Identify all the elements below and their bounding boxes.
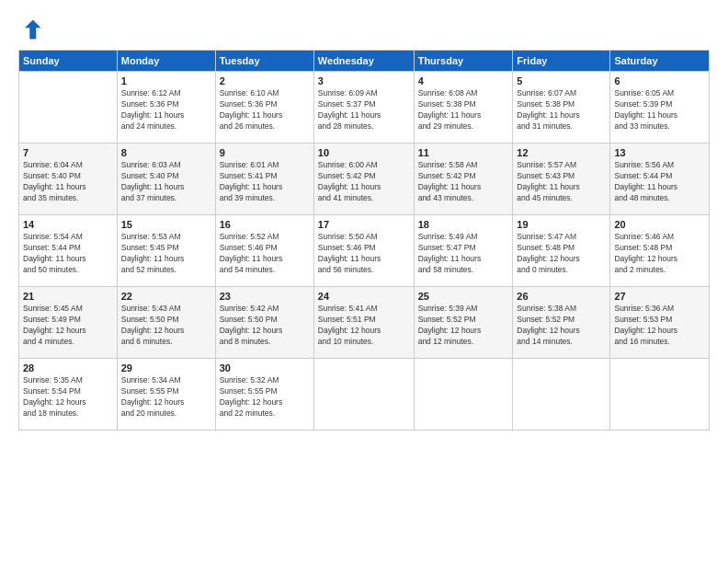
day-info: Sunrise: 6:12 AM Sunset: 5:36 PM Dayligh… — [121, 88, 211, 132]
header — [18, 17, 710, 42]
day-number: 5 — [517, 75, 606, 86]
day-info: Sunrise: 6:07 AM Sunset: 5:38 PM Dayligh… — [517, 88, 606, 132]
calendar-cell: 19Sunrise: 5:47 AM Sunset: 5:48 PM Dayli… — [513, 215, 610, 287]
day-number: 26 — [517, 291, 606, 302]
day-number: 23 — [220, 291, 310, 302]
calendar-cell: 17Sunrise: 5:50 AM Sunset: 5:46 PM Dayli… — [313, 215, 414, 287]
calendar-cell: 18Sunrise: 5:49 AM Sunset: 5:47 PM Dayli… — [414, 215, 513, 287]
calendar-cell — [610, 359, 710, 431]
header-wednesday: Wednesday — [313, 51, 414, 72]
header-sunday: Sunday — [19, 51, 118, 72]
logo — [18, 17, 48, 42]
day-info: Sunrise: 5:57 AM Sunset: 5:43 PM Dayligh… — [517, 160, 606, 204]
calendar-cell: 21Sunrise: 5:45 AM Sunset: 5:49 PM Dayli… — [19, 287, 118, 359]
calendar-cell: 12Sunrise: 5:57 AM Sunset: 5:43 PM Dayli… — [513, 144, 610, 215]
day-number: 13 — [614, 147, 705, 158]
calendar-cell: 10Sunrise: 6:00 AM Sunset: 5:42 PM Dayli… — [313, 144, 414, 215]
header-friday: Friday — [513, 51, 610, 72]
calendar-cell: 23Sunrise: 5:42 AM Sunset: 5:50 PM Dayli… — [215, 287, 313, 359]
day-number: 10 — [318, 147, 410, 158]
day-number: 12 — [517, 147, 606, 158]
day-number: 15 — [121, 219, 211, 230]
calendar-cell: 22Sunrise: 5:43 AM Sunset: 5:50 PM Dayli… — [117, 287, 215, 359]
day-info: Sunrise: 5:58 AM Sunset: 5:42 PM Dayligh… — [418, 160, 509, 204]
day-info: Sunrise: 5:34 AM Sunset: 5:55 PM Dayligh… — [121, 375, 211, 419]
svg-marker-0 — [25, 20, 41, 40]
header-monday: Monday — [117, 51, 215, 72]
calendar-cell: 26Sunrise: 5:38 AM Sunset: 5:52 PM Dayli… — [513, 287, 610, 359]
calendar-cell: 27Sunrise: 5:36 AM Sunset: 5:53 PM Dayli… — [610, 287, 710, 359]
day-number: 19 — [517, 219, 606, 230]
calendar-cell: 7Sunrise: 6:04 AM Sunset: 5:40 PM Daylig… — [19, 144, 118, 215]
day-number: 29 — [121, 362, 211, 373]
day-info: Sunrise: 6:10 AM Sunset: 5:36 PM Dayligh… — [220, 88, 310, 132]
calendar-cell: 5Sunrise: 6:07 AM Sunset: 5:38 PM Daylig… — [513, 72, 610, 144]
day-info: Sunrise: 5:38 AM Sunset: 5:52 PM Dayligh… — [517, 304, 606, 348]
day-info: Sunrise: 5:41 AM Sunset: 5:51 PM Dayligh… — [318, 304, 410, 348]
calendar-cell: 20Sunrise: 5:46 AM Sunset: 5:48 PM Dayli… — [610, 215, 710, 287]
day-info: Sunrise: 5:32 AM Sunset: 5:55 PM Dayligh… — [220, 375, 310, 419]
day-info: Sunrise: 6:04 AM Sunset: 5:40 PM Dayligh… — [23, 160, 113, 204]
day-info: Sunrise: 6:03 AM Sunset: 5:40 PM Dayligh… — [121, 160, 211, 204]
day-number: 25 — [418, 291, 509, 302]
day-info: Sunrise: 5:53 AM Sunset: 5:45 PM Dayligh… — [121, 232, 211, 276]
day-number: 6 — [614, 75, 705, 86]
day-number: 2 — [220, 75, 310, 86]
calendar-table: SundayMondayTuesdayWednesdayThursdayFrid… — [18, 50, 710, 431]
logo-icon — [18, 17, 44, 42]
calendar-cell: 14Sunrise: 5:54 AM Sunset: 5:44 PM Dayli… — [19, 215, 118, 287]
day-info: Sunrise: 5:54 AM Sunset: 5:44 PM Dayligh… — [23, 232, 113, 276]
day-info: Sunrise: 5:52 AM Sunset: 5:46 PM Dayligh… — [220, 232, 310, 276]
day-number: 17 — [318, 219, 410, 230]
calendar-cell — [19, 72, 118, 144]
day-info: Sunrise: 5:45 AM Sunset: 5:49 PM Dayligh… — [23, 304, 113, 348]
day-number: 16 — [220, 219, 310, 230]
calendar-cell: 11Sunrise: 5:58 AM Sunset: 5:42 PM Dayli… — [414, 144, 513, 215]
day-number: 24 — [318, 291, 410, 302]
day-number: 21 — [23, 291, 113, 302]
day-info: Sunrise: 5:35 AM Sunset: 5:54 PM Dayligh… — [23, 375, 113, 419]
day-number: 30 — [220, 362, 310, 373]
day-info: Sunrise: 6:01 AM Sunset: 5:41 PM Dayligh… — [220, 160, 310, 204]
day-number: 1 — [121, 75, 211, 86]
day-number: 22 — [121, 291, 211, 302]
day-info: Sunrise: 5:36 AM Sunset: 5:53 PM Dayligh… — [614, 304, 705, 348]
calendar-cell: 8Sunrise: 6:03 AM Sunset: 5:40 PM Daylig… — [117, 144, 215, 215]
week-row-1: 1Sunrise: 6:12 AM Sunset: 5:36 PM Daylig… — [19, 72, 710, 144]
calendar-cell: 15Sunrise: 5:53 AM Sunset: 5:45 PM Dayli… — [117, 215, 215, 287]
week-row-3: 14Sunrise: 5:54 AM Sunset: 5:44 PM Dayli… — [19, 215, 710, 287]
calendar-cell: 4Sunrise: 6:08 AM Sunset: 5:38 PM Daylig… — [414, 72, 513, 144]
calendar-cell: 13Sunrise: 5:56 AM Sunset: 5:44 PM Dayli… — [610, 144, 710, 215]
calendar-cell: 25Sunrise: 5:39 AM Sunset: 5:52 PM Dayli… — [414, 287, 513, 359]
calendar-cell: 6Sunrise: 6:05 AM Sunset: 5:39 PM Daylig… — [610, 72, 710, 144]
day-info: Sunrise: 6:05 AM Sunset: 5:39 PM Dayligh… — [614, 88, 705, 132]
calendar-cell — [414, 359, 513, 431]
calendar-cell: 30Sunrise: 5:32 AM Sunset: 5:55 PM Dayli… — [215, 359, 313, 431]
day-number: 20 — [614, 219, 705, 230]
calendar-cell: 3Sunrise: 6:09 AM Sunset: 5:37 PM Daylig… — [313, 72, 414, 144]
week-row-5: 28Sunrise: 5:35 AM Sunset: 5:54 PM Dayli… — [19, 359, 710, 431]
calendar-cell: 29Sunrise: 5:34 AM Sunset: 5:55 PM Dayli… — [117, 359, 215, 431]
day-number: 8 — [121, 147, 211, 158]
calendar-cell: 9Sunrise: 6:01 AM Sunset: 5:41 PM Daylig… — [215, 144, 313, 215]
calendar-cell: 24Sunrise: 5:41 AM Sunset: 5:51 PM Dayli… — [313, 287, 414, 359]
day-number: 14 — [23, 219, 113, 230]
page: SundayMondayTuesdayWednesdayThursdayFrid… — [0, 0, 728, 563]
day-info: Sunrise: 5:42 AM Sunset: 5:50 PM Dayligh… — [220, 304, 310, 348]
calendar-cell: 2Sunrise: 6:10 AM Sunset: 5:36 PM Daylig… — [215, 72, 313, 144]
day-number: 7 — [23, 147, 113, 158]
day-info: Sunrise: 5:56 AM Sunset: 5:44 PM Dayligh… — [614, 160, 705, 204]
week-row-4: 21Sunrise: 5:45 AM Sunset: 5:49 PM Dayli… — [19, 287, 710, 359]
day-number: 3 — [318, 75, 410, 86]
day-info: Sunrise: 5:47 AM Sunset: 5:48 PM Dayligh… — [517, 232, 606, 276]
week-row-2: 7Sunrise: 6:04 AM Sunset: 5:40 PM Daylig… — [19, 144, 710, 215]
day-info: Sunrise: 5:39 AM Sunset: 5:52 PM Dayligh… — [418, 304, 509, 348]
day-info: Sunrise: 6:09 AM Sunset: 5:37 PM Dayligh… — [318, 88, 410, 132]
day-info: Sunrise: 5:43 AM Sunset: 5:50 PM Dayligh… — [121, 304, 211, 348]
day-info: Sunrise: 5:46 AM Sunset: 5:48 PM Dayligh… — [614, 232, 705, 276]
header-row: SundayMondayTuesdayWednesdayThursdayFrid… — [19, 51, 710, 72]
calendar-cell — [313, 359, 414, 431]
day-number: 27 — [614, 291, 705, 302]
day-info: Sunrise: 6:08 AM Sunset: 5:38 PM Dayligh… — [418, 88, 509, 132]
day-info: Sunrise: 5:50 AM Sunset: 5:46 PM Dayligh… — [318, 232, 410, 276]
